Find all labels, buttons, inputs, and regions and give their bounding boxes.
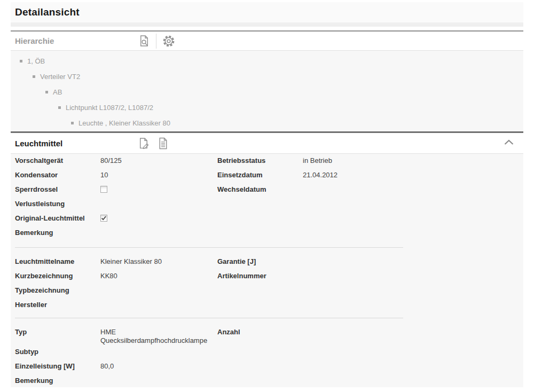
hierarchy-toolbar: [137, 32, 176, 50]
hierarchy-panel-header: Hierarchie: [11, 32, 523, 51]
field-row: Einsetzdatum 21.04.2012: [217, 168, 519, 183]
field-row: Vorschaltgerät 80/125: [15, 154, 217, 168]
field-label: Subtyp: [15, 348, 100, 359]
field-label: Artikelnummer: [217, 272, 303, 284]
tree-item[interactable]: Leuchte , Kleiner Klassiker 80: [11, 115, 523, 131]
field-label: Typbezeichnung: [15, 286, 100, 298]
field-label: Betriebsstatus: [217, 156, 303, 168]
section-divider: [15, 318, 403, 318]
field-row: Typ HME Quecksilberdampfhochdrucklampe: [15, 325, 217, 345]
field-value: [303, 185, 420, 197]
form-section: Typ HME Quecksilberdampfhochdrucklampe S…: [15, 325, 519, 387]
tree-bullet-icon: [45, 91, 48, 93]
leuchtmittel-toolbar: [137, 133, 170, 153]
field-row: Wechseldatum: [217, 183, 519, 197]
field-label: Garantie [J]: [217, 257, 303, 269]
leuchtmittel-panel-header: Leuchtmittel: [11, 133, 523, 154]
field-value: in Betrieb: [303, 156, 420, 168]
field-label: Typ: [15, 328, 100, 345]
tree-item-label: AB: [53, 88, 62, 96]
field-value: [303, 272, 420, 284]
field-value: [303, 328, 420, 340]
field-row: Artikelnummer: [217, 269, 519, 284]
field-label: Leuchtmittelname: [15, 257, 100, 269]
original-leuchtmittel-checkbox[interactable]: [100, 215, 107, 222]
tree-item-label: Leuchte , Kleiner Klassiker 80: [78, 119, 170, 127]
inspect-document-button[interactable]: [137, 34, 151, 48]
field-row: Bemerkung: [15, 226, 217, 240]
field-row: Kondensator 10: [15, 168, 217, 183]
form-column-left: Leuchtmittelname Kleiner Klassiker 80 Ku…: [15, 255, 217, 312]
page-title: Detailansicht: [15, 6, 80, 18]
field-row: Leuchtmittelname Kleiner Klassiker 80: [15, 255, 217, 269]
field-row: Garantie [J]: [217, 255, 519, 269]
form-column-right: Anzahl: [217, 325, 519, 387]
tree-item-label: Lichtpunkt L1087/2, L1087/2: [66, 104, 153, 112]
field-label: Original-Leuchtmittel: [15, 214, 100, 226]
form-column-left: Vorschaltgerät 80/125 Kondensator 10 Spe…: [15, 154, 217, 240]
field-label: Sperrdrossel: [15, 185, 100, 197]
form-section: Leuchtmittelname Kleiner Klassiker 80 Ku…: [15, 255, 519, 312]
checkmark-icon: [101, 215, 107, 221]
field-label: Hersteller: [15, 301, 100, 312]
toolbar-separator: [156, 34, 156, 49]
form-column-right: Betriebsstatus in Betrieb Einsetzdatum 2…: [217, 154, 519, 240]
field-value: Kleiner Klassiker 80: [100, 257, 217, 269]
page-header: Detailansicht: [11, 2, 523, 22]
field-value: 80/125: [100, 156, 217, 168]
sperrdrossel-checkbox[interactable]: [100, 186, 107, 193]
tree-item[interactable]: Lichtpunkt L1087/2, L1087/2: [11, 100, 523, 115]
edit-button[interactable]: [137, 136, 151, 151]
field-value: [100, 348, 217, 359]
tree-item-label: Verteiler VT2: [40, 73, 80, 81]
display-document-button[interactable]: [156, 136, 170, 151]
field-label: Vorschaltgerät: [15, 156, 100, 168]
tree-item[interactable]: AB: [11, 84, 523, 100]
form-column-left: Typ HME Quecksilberdampfhochdrucklampe S…: [15, 325, 217, 387]
field-value: [100, 229, 217, 240]
section-divider: [15, 247, 403, 248]
field-row: Sperrdrossel: [15, 183, 217, 197]
field-label: Verlustleistung: [15, 200, 100, 211]
document-edit-icon: [138, 137, 150, 150]
field-row: Einzelleistung [W] 80,0: [15, 359, 217, 374]
field-label: Bemerkung: [15, 377, 100, 387]
field-label: Bemerkung: [15, 229, 100, 240]
field-row: Typbezeichnung: [15, 284, 217, 298]
tree-item[interactable]: Verteiler VT2: [11, 69, 523, 84]
field-row: Hersteller: [15, 298, 217, 312]
field-row: Anzahl: [217, 325, 519, 340]
gear-icon: [162, 35, 175, 48]
field-row: Kurzbezeichnung KK80: [15, 269, 217, 284]
field-label: Kondensator: [15, 171, 100, 183]
settings-button[interactable]: [161, 34, 176, 49]
field-value: KK80: [100, 272, 217, 284]
field-value: 80,0: [100, 362, 217, 374]
tree-item[interactable]: 1, ÖB: [11, 53, 523, 69]
document-lines-icon: [157, 137, 169, 150]
field-label: Einzelleistung [W]: [15, 362, 100, 374]
form-column-right: Garantie [J] Artikelnummer: [217, 255, 519, 312]
hierarchy-panel-title: Hierarchie: [15, 36, 54, 45]
field-row: Original-Leuchtmittel: [15, 211, 217, 226]
leuchtmittel-form: Vorschaltgerät 80/125 Kondensator 10 Spe…: [11, 154, 523, 387]
subheader-strip: [11, 22, 523, 27]
field-value: HME Quecksilberdampfhochdrucklampe: [100, 328, 217, 345]
page: Detailansicht Hierarchie: [11, 2, 523, 387]
form-section: Vorschaltgerät 80/125 Kondensator 10 Spe…: [15, 154, 519, 240]
field-value: [100, 286, 217, 298]
leuchtmittel-panel: Leuchtmittel: [11, 131, 523, 387]
field-label: Anzahl: [217, 328, 303, 340]
field-row: Subtyp: [15, 345, 217, 359]
hierarchy-tree: 1, ÖB Verteiler VT2 AB Lichtpunkt L1087/…: [11, 51, 523, 131]
chevron-up-icon: [504, 139, 514, 145]
field-row: Bemerkung: [15, 374, 217, 387]
document-search-icon: [138, 35, 150, 47]
field-row: Verlustleistung: [15, 197, 217, 211]
field-value: [303, 257, 420, 269]
collapse-panel-button[interactable]: [502, 137, 516, 147]
tree-bullet-icon: [71, 122, 74, 124]
field-row: Betriebsstatus in Betrieb: [217, 154, 519, 168]
tree-bullet-icon: [33, 75, 35, 78]
field-value: 21.04.2012: [303, 171, 420, 183]
